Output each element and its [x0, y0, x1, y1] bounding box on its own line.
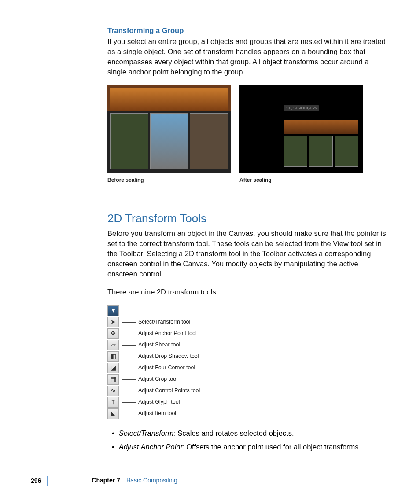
leader-line — [122, 414, 136, 414]
chapter-label: Chapter 7 — [92, 476, 120, 485]
tool-row: ➤Select/Transform tool — [107, 316, 388, 328]
tool-row: ▾ — [107, 305, 388, 316]
tool-icon: ▾ — [107, 305, 119, 316]
elephant-thumb-3-scaled — [335, 136, 358, 167]
thumbnail-row — [110, 113, 228, 169]
tool-icon: ✥ — [107, 328, 119, 339]
bullet-desc: Offsets the anchor point used for all ob… — [184, 443, 361, 451]
tool-icon: ∿ — [107, 386, 119, 396]
leader-line — [122, 391, 136, 391]
document-page: Transforming a Group If you select an en… — [0, 0, 420, 504]
page-number: 296 — [31, 476, 48, 486]
tool-icon: ➤ — [107, 317, 119, 327]
tool-row: ✥Adjust Anchor Point tool — [107, 328, 388, 339]
tools-diagram: ▾➤Select/Transform tool✥Adjust Anchor Po… — [107, 305, 388, 419]
tool-label: Adjust Shear tool — [138, 341, 180, 349]
leader-line — [122, 402, 136, 403]
coordinate-badge: 100, 120 -0.100, -0.26 — [284, 105, 319, 111]
section-title: 2D Transform Tools — [107, 210, 388, 226]
tool-row: ◪Adjust Four Corner tool — [107, 362, 388, 374]
tool-label: Adjust Drop Shadow tool — [138, 353, 199, 361]
tool-row: ◧Adjust Drop Shadow tool — [107, 351, 388, 362]
after-scaling-image: 100, 120 -0.100, -0.26 — [239, 85, 363, 173]
tool-row: ▦Adjust Crop tool — [107, 374, 388, 385]
thumbnail-row-scaled — [284, 136, 358, 167]
body-paragraph: Before you transform an object in the Ca… — [107, 228, 388, 279]
elephant-thumb-2 — [150, 113, 188, 169]
elephant-thumb-3 — [190, 113, 228, 169]
bullet-text: Adjust Anchor Point: Offsets the anchor … — [119, 442, 361, 452]
leader-line — [122, 334, 136, 334]
figure-before: Before scaling — [107, 85, 231, 184]
figure-caption: After scaling — [239, 177, 363, 184]
bullet-item: •Select/Transform: Scales and rotates se… — [112, 428, 388, 438]
body-paragraph: There are nine 2D transform tools: — [107, 287, 388, 297]
elephant-thumb-1 — [110, 113, 148, 169]
tool-row: ▱Adjust Shear tool — [107, 339, 388, 351]
tool-icon: ◧ — [107, 351, 119, 362]
page-footer: 296 Chapter 7 Basic Compositing — [0, 476, 420, 486]
bullet-text: Select/Transform: Scales and rotates sel… — [119, 428, 294, 438]
elephant-thumb-2-scaled — [309, 136, 333, 167]
tool-icon: ▦ — [107, 374, 119, 385]
chapter-title: Basic Compositing — [126, 476, 177, 485]
figure-caption: Before scaling — [107, 177, 231, 184]
bullet-dot: • — [112, 442, 114, 452]
leader-line — [122, 368, 136, 368]
tool-icon: ◪ — [107, 363, 119, 373]
bullet-term: Adjust Anchor Point: — [119, 443, 184, 451]
bullet-dot: • — [112, 428, 114, 438]
elephant-strip-scaled — [284, 120, 358, 134]
before-scaling-image — [107, 85, 231, 173]
body-paragraph: If you select an entire group, all objec… — [107, 37, 388, 77]
bullet-list: •Select/Transform: Scales and rotates se… — [107, 428, 388, 452]
leader-line — [122, 345, 136, 346]
tool-label: Adjust Glyph tool — [138, 398, 180, 406]
leader-line — [122, 322, 136, 323]
elephant-strip-image — [110, 88, 228, 111]
tool-icon: ◣ — [107, 408, 119, 419]
figure-after: 100, 120 -0.100, -0.26 After scaling — [239, 85, 363, 184]
tool-row: ◣Adjust Item tool — [107, 408, 388, 419]
bullet-desc: Scales and rotates selected objects. — [176, 429, 294, 437]
elephant-thumb-1-scaled — [284, 136, 307, 167]
tool-label: Adjust Crop tool — [138, 375, 177, 383]
subsection-heading: Transforming a Group — [107, 26, 388, 36]
bullet-term: Select/Transform: — [119, 429, 176, 437]
leader-line — [122, 379, 136, 380]
tool-label: Adjust Anchor Point tool — [138, 330, 197, 338]
bullet-item: •Adjust Anchor Point: Offsets the anchor… — [112, 442, 388, 452]
tool-label: Adjust Control Points tool — [138, 387, 200, 395]
tool-label: Adjust Item tool — [138, 410, 176, 418]
tool-label: Select/Transform tool — [138, 318, 190, 326]
tool-icon: ⍑ — [107, 397, 119, 408]
tool-icon: ▱ — [107, 340, 119, 350]
tool-row: ⍑Adjust Glyph tool — [107, 397, 388, 408]
leader-line — [122, 357, 136, 357]
tool-row: ∿Adjust Control Points tool — [107, 385, 388, 397]
tool-label: Adjust Four Corner tool — [138, 364, 195, 372]
figure-row: Before scaling 100, 120 -0.100, -0.26 Af… — [107, 85, 388, 184]
